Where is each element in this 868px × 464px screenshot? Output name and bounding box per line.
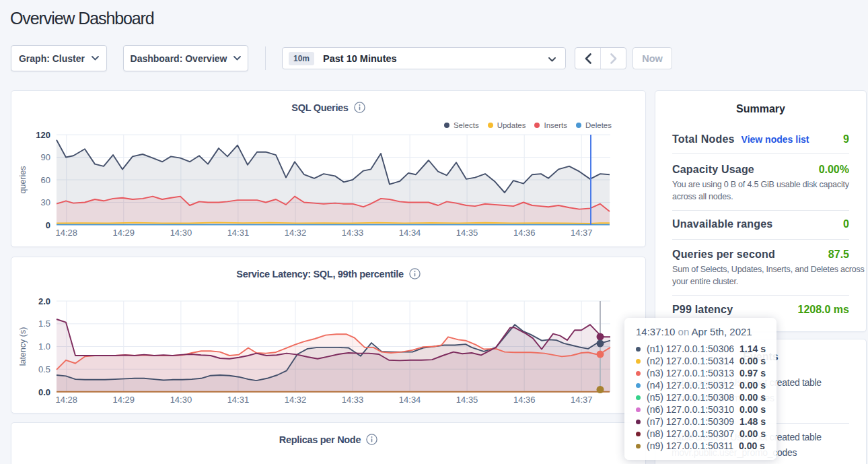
svg-text:14:28: 14:28 xyxy=(56,228,78,238)
svg-text:14:33: 14:33 xyxy=(342,228,364,238)
svg-text:2.0: 2.0 xyxy=(38,296,50,306)
svg-text:60: 60 xyxy=(41,175,50,185)
svg-text:90: 90 xyxy=(41,152,50,162)
svg-text:latency (s): latency (s) xyxy=(18,327,28,366)
svg-text:120: 120 xyxy=(36,130,50,140)
svg-text:14:29: 14:29 xyxy=(113,395,135,405)
svg-text:0.5: 0.5 xyxy=(38,364,50,374)
svg-text:14:30: 14:30 xyxy=(170,395,192,405)
svg-text:0: 0 xyxy=(46,220,50,230)
svg-text:14:31: 14:31 xyxy=(227,228,250,238)
svg-text:14:32: 14:32 xyxy=(285,228,307,238)
svg-text:14:34: 14:34 xyxy=(399,395,421,405)
svg-text:14:30: 14:30 xyxy=(170,228,192,238)
svg-text:queries: queries xyxy=(18,166,28,194)
svg-text:1.0: 1.0 xyxy=(38,341,50,352)
svg-text:14:37: 14:37 xyxy=(571,228,593,238)
svg-text:14:31: 14:31 xyxy=(227,395,250,405)
svg-text:14:29: 14:29 xyxy=(113,228,135,238)
svg-text:14:32: 14:32 xyxy=(285,395,307,405)
svg-text:14:37: 14:37 xyxy=(571,395,593,405)
svg-text:14:34: 14:34 xyxy=(399,228,421,238)
svg-text:14:28: 14:28 xyxy=(56,395,78,405)
svg-text:14:35: 14:35 xyxy=(456,228,478,238)
svg-text:14:36: 14:36 xyxy=(513,395,536,405)
svg-text:14:33: 14:33 xyxy=(342,395,364,405)
svg-text:1.5: 1.5 xyxy=(38,319,50,329)
svg-text:0.0: 0.0 xyxy=(38,387,50,397)
svg-text:14:35: 14:35 xyxy=(456,395,478,405)
svg-text:14:36: 14:36 xyxy=(513,228,536,238)
svg-text:30: 30 xyxy=(41,197,50,207)
